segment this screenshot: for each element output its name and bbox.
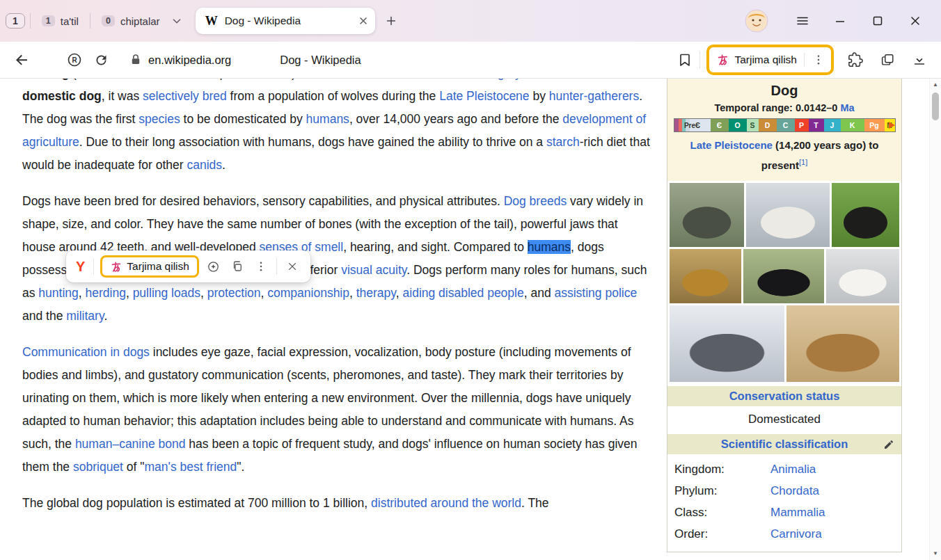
wiki-link[interactable]: Late Pleistocene <box>690 139 773 151</box>
svg-text:R: R <box>72 56 77 64</box>
close-icon <box>908 14 922 28</box>
downloads-button[interactable] <box>909 49 930 70</box>
dog-photo[interactable] <box>743 249 825 303</box>
wiki-link[interactable]: Communication in dogs <box>22 345 150 359</box>
active-tab[interactable]: W Dog - Wikipedia <box>196 8 375 34</box>
popup-translate-button[interactable]: Tarjima qilish <box>100 255 199 278</box>
timescale-segment-T[interactable]: T <box>809 119 824 131</box>
edit-button[interactable] <box>883 439 894 450</box>
tab-close-icon[interactable] <box>358 16 368 26</box>
wiki-link[interactable]: assisting police <box>555 286 638 300</box>
dog-photo[interactable] <box>826 249 899 303</box>
dog-photo[interactable] <box>670 183 744 247</box>
text-segment: (14,200 years ago) to present <box>761 139 879 171</box>
popup-close-button[interactable] <box>282 256 303 277</box>
timescale-segment-Є[interactable]: Є <box>711 119 729 131</box>
bookmark-button[interactable] <box>677 51 693 68</box>
timescale-segment-P[interactable]: P <box>795 119 809 131</box>
timescale-segment-J[interactable]: J <box>824 119 841 131</box>
extensions-button[interactable] <box>845 49 866 70</box>
wiki-link[interactable]: herding <box>86 286 126 300</box>
timescale-segment-S[interactable]: S <box>747 119 759 131</box>
scientific-classification-link[interactable]: Scientific classification <box>721 438 848 450</box>
wiki-link[interactable]: companionship <box>267 286 349 300</box>
wiki-link[interactable]: Late Pleistocene <box>439 89 529 103</box>
wiki-link[interactable]: visual acuity <box>341 263 406 277</box>
timescale-segment-C[interactable]: C <box>777 119 795 131</box>
translate-hiragana-icon <box>716 54 729 66</box>
wiki-link[interactable]: species <box>139 112 180 126</box>
translate-button[interactable]: Tarjima qilish <box>706 45 834 75</box>
dog-photo[interactable] <box>746 183 830 247</box>
wiki-link[interactable]: Carnivora <box>770 527 822 541</box>
refresh-button[interactable] <box>90 49 111 70</box>
wiki-link[interactable]: aiding disabled people <box>403 286 524 300</box>
wiki-link[interactable]: hunting <box>38 286 78 300</box>
divider <box>90 13 90 29</box>
wiki-link[interactable]: military <box>66 309 104 323</box>
wiki-link[interactable]: humans <box>306 112 349 126</box>
wiki-link[interactable]: gray wolf <box>498 79 546 80</box>
yandex-search-button[interactable]: Y <box>72 259 90 275</box>
conservation-status-link[interactable]: Conservation status <box>729 390 840 402</box>
minimize-button[interactable] <box>826 7 854 35</box>
wiki-link[interactable]: starch <box>546 135 580 149</box>
dog-photo[interactable] <box>670 305 784 382</box>
dog-photo[interactable] <box>670 249 741 303</box>
scrollbar-thumb[interactable] <box>932 93 939 120</box>
infobox: Dog Temporal range: 0.0142–0 Ma PreЄЄOSD… <box>667 79 902 552</box>
close-window-button[interactable] <box>901 7 929 35</box>
dog-photo[interactable] <box>832 183 899 247</box>
maximize-icon <box>871 14 885 28</box>
text-segment: , <box>126 286 133 300</box>
copy-button[interactable] <box>227 256 248 277</box>
text-segment: Temporal range: <box>714 102 796 113</box>
collections-button[interactable] <box>877 49 898 70</box>
text-segment: and the <box>22 309 66 323</box>
tab-group-collapsed[interactable]: 1 <box>6 13 25 29</box>
wiki-link[interactable]: Chordata <box>770 484 819 498</box>
back-button[interactable] <box>11 49 32 70</box>
text-segment: from a population of wolves during the <box>227 89 439 103</box>
popup-menu-button[interactable] <box>251 256 271 277</box>
summarize-button[interactable] <box>203 256 224 277</box>
wiki-link[interactable]: [1] <box>799 158 807 166</box>
wiki-link[interactable]: protection <box>207 286 261 300</box>
timescale-segment-D[interactable]: D <box>759 119 777 131</box>
wiki-link[interactable]: canids <box>187 158 222 172</box>
wiki-link[interactable]: hunter-gatherers <box>549 89 639 103</box>
new-tab-button[interactable] <box>385 15 397 27</box>
wiki-link[interactable]: pulling loads <box>133 286 200 300</box>
text-segment: domestic dog <box>22 89 102 103</box>
translate-menu-button[interactable] <box>810 49 827 70</box>
timescale-segment-Pg[interactable]: Pg <box>864 119 885 131</box>
tab-groups-chevron-button[interactable] <box>171 15 183 27</box>
timescale-segment-PreЄ[interactable]: PreЄ <box>674 119 711 131</box>
timescale-segment-K[interactable]: K <box>841 119 864 131</box>
wiki-link[interactable]: therapy <box>356 286 396 300</box>
wiki-link[interactable]: human–canine bond <box>75 437 186 451</box>
browser-menu-button[interactable] <box>789 7 816 35</box>
wiki-link[interactable]: selectively bred <box>143 89 227 103</box>
scrollbar[interactable]: ▲ ▼ <box>929 79 941 560</box>
wiki-link[interactable]: man's best friend <box>145 460 237 474</box>
wiki-link[interactable]: distributed around the world <box>371 496 521 510</box>
dog-photo[interactable] <box>786 305 900 382</box>
lock-icon[interactable] <box>128 52 143 67</box>
scroll-up-icon[interactable]: ▲ <box>930 79 941 90</box>
wiki-link[interactable]: Dog breeds <box>504 194 567 208</box>
wiki-link[interactable]: Animalia <box>770 463 816 477</box>
tab-group-chiptalar[interactable]: 0chiptalar <box>95 13 166 30</box>
wiki-link[interactable]: sobriquet <box>73 460 123 474</box>
url-text[interactable]: en.wikipedia.org <box>148 54 231 67</box>
maximize-button[interactable] <box>864 7 892 35</box>
scroll-down-icon[interactable]: ▼ <box>930 547 941 559</box>
wiki-link[interactable]: Ma <box>840 102 854 113</box>
yandex-start-button[interactable]: R <box>64 49 85 70</box>
profile-avatar[interactable] <box>745 9 768 33</box>
timescale-segment-O[interactable]: O <box>729 119 747 131</box>
selected-text[interactable]: humans <box>528 240 571 254</box>
wiki-link[interactable]: Mammalia <box>770 506 825 520</box>
geologic-timescale: PreЄЄOSDCPTJKPgN <box>674 118 896 132</box>
tab-group-ta'til[interactable]: 1ta'til <box>35 13 85 30</box>
